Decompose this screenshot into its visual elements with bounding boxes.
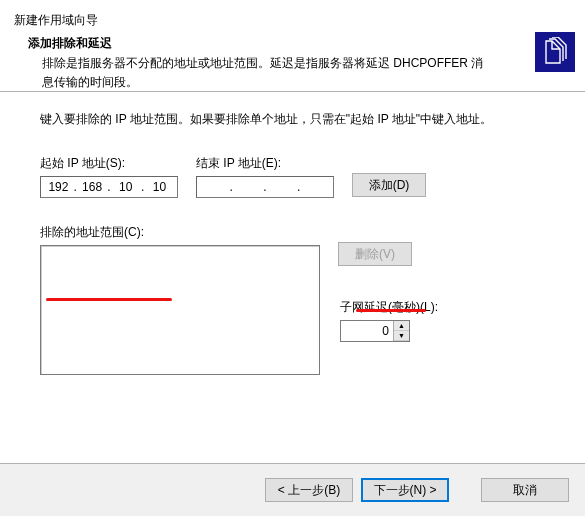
remove-button: 删除(V) [338,242,412,266]
page-subtitle: 添加排除和延迟 [14,31,571,54]
start-ip-octet-1[interactable]: 192 [46,180,70,194]
window-title: 新建作用域向导 [14,8,571,31]
end-ip-label: 结束 IP 地址(E): [196,155,334,172]
excluded-range-list[interactable] [40,245,320,375]
next-button[interactable]: 下一步(N) > [361,478,449,502]
annotation-underline [46,298,172,301]
start-ip-input[interactable]: 192. 168. 10. 10 [40,176,178,198]
subnet-delay-value[interactable]: 0 [341,324,393,338]
wizard-files-icon [535,32,575,72]
cancel-button[interactable]: 取消 [481,478,569,502]
spinner-down-icon[interactable]: ▼ [394,331,409,341]
annotation-underline [356,309,426,312]
add-button[interactable]: 添加(D) [352,173,426,197]
subnet-delay-label: 子网延迟(毫秒)(L): [340,299,561,316]
subnet-delay-spinner[interactable]: 0 ▲ ▼ [340,320,410,342]
start-ip-label: 起始 IP 地址(S): [40,155,178,172]
excluded-range-label: 排除的地址范围(C): [40,224,320,241]
spinner-up-icon[interactable]: ▲ [394,321,409,331]
start-ip-octet-4[interactable]: 10 [147,180,171,194]
end-ip-input[interactable]: . . . [196,176,334,198]
start-ip-octet-2[interactable]: 168 [80,180,104,194]
start-ip-octet-3[interactable]: 10 [114,180,138,194]
instruction-text: 键入要排除的 IP 地址范围。如果要排除单个地址，只需在"起始 IP 地址"中键… [40,110,561,129]
back-button[interactable]: < 上一步(B) [265,478,353,502]
